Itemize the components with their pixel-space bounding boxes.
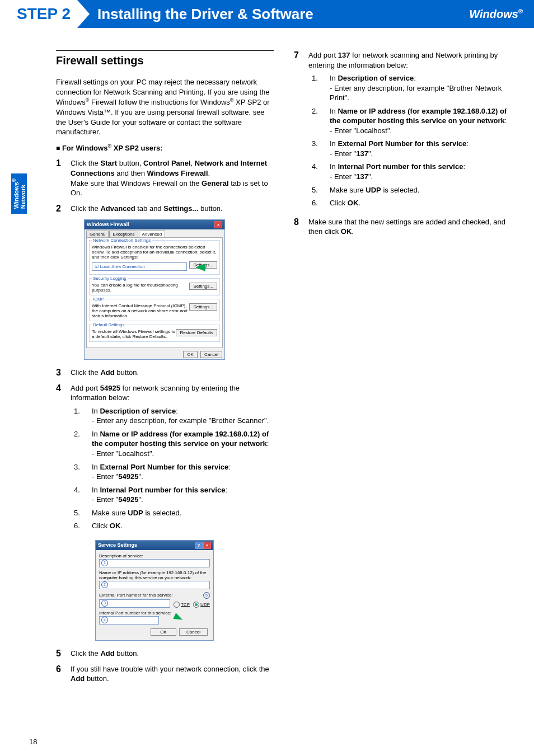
side-tab: Windows® Network: [11, 173, 27, 214]
step-arrow-icon: [77, 0, 90, 28]
main-step-7: 7 Add port 137 for network scanning and …: [294, 50, 512, 212]
tab-advanced[interactable]: Advanced: [139, 231, 166, 237]
sub-body: - Enter "Localhost".: [330, 126, 392, 135]
seclog-desc: You can create a log file for troublesho…: [92, 283, 189, 293]
main-step-2: 2 Click the Advanced tab and Settings...…: [56, 204, 274, 214]
sub-body: - Enter any description, for example "Br…: [330, 84, 502, 102]
subnum: 3.: [308, 139, 330, 158]
main-step-6: 6 If you still have trouble with your ne…: [56, 664, 274, 684]
step-number: 8: [294, 217, 308, 237]
callout-2-icon: 2: [101, 581, 108, 588]
subnum: 2.: [308, 106, 330, 136]
tab-exceptions[interactable]: Exceptions: [109, 231, 138, 237]
header-os-text: Windows: [469, 8, 518, 20]
desc-field[interactable]: 1: [99, 559, 210, 567]
header-title: Installing the Driver & Software: [97, 6, 469, 23]
desc-label: Description of service:: [99, 553, 210, 558]
cancel-button[interactable]: Cancel: [179, 628, 208, 636]
sub-label: Name or IP address (for example 192.168.…: [92, 430, 269, 448]
dialog-title: Service Settings: [98, 542, 137, 548]
tcp-radio[interactable]: [174, 602, 180, 608]
step-number: 4: [56, 383, 71, 534]
sub-body: - Enter any description, for example "Br…: [92, 416, 269, 425]
step-number: 6: [56, 664, 71, 684]
close-icon[interactable]: ×: [214, 221, 222, 228]
icmp-desc: With Internet Control Message Protocol (…: [92, 303, 189, 318]
sub-label: External Port Number for this service: [338, 139, 466, 148]
main-step-1: 1 Click the Start button, Control Panel,…: [56, 158, 274, 198]
subnum: 1.: [71, 406, 92, 426]
bullet-heading: ■ For Windows® XP SP2 users:: [56, 143, 274, 153]
subnum: 4.: [71, 485, 92, 505]
ok-button[interactable]: OK: [183, 351, 198, 358]
name-field[interactable]: 2: [99, 581, 210, 589]
settings-button[interactable]: Settings...: [189, 283, 217, 290]
step-number: 1: [56, 158, 71, 198]
lan-item[interactable]: Local Area Connection: [100, 264, 145, 269]
side-tab-sup: ®: [11, 179, 17, 182]
dialog-titlebar: Windows Firewall ×: [85, 220, 224, 229]
ext-port-field[interactable]: 3: [99, 599, 170, 608]
udp-radio[interactable]: [193, 602, 199, 608]
side-tab-line1: Windows: [13, 182, 20, 209]
service-settings-figure: Service Settings ?× Description of servi…: [56, 540, 274, 641]
section-title: Firewall settings: [56, 50, 274, 67]
int-port-field[interactable]: 4: [99, 616, 159, 624]
main-step-5: 5 Click the Add button.: [56, 649, 274, 659]
restore-defaults-button[interactable]: Restore Defaults: [176, 329, 217, 336]
step-number: 5: [56, 649, 71, 659]
subnum: 5.: [71, 508, 92, 518]
name-label: Name or IP address (for example 192.168.…: [99, 570, 210, 580]
sub-label: Description of service: [100, 407, 176, 415]
group-security-logging: Security Logging: [92, 276, 128, 281]
main-step-8: 8 Make sure that the new settings are ad…: [294, 217, 512, 237]
int-label: Internal Port number for this service:: [99, 611, 210, 616]
group-network-connection: Network Connection Settings: [92, 238, 152, 243]
cancel-button[interactable]: Cancel: [200, 351, 222, 358]
default-desc: To restore all Windows Firewall settings…: [92, 329, 176, 339]
subnum: 4.: [308, 162, 330, 181]
pointer-arrow-icon: [195, 264, 205, 271]
intro-paragraph: Firewall settings on your PC may reject …: [56, 77, 274, 137]
tab-general[interactable]: General: [86, 231, 109, 237]
sub-body: - Enter "Localhost".: [92, 449, 154, 458]
dialog-title: Windows Firewall: [87, 222, 129, 227]
subnum: 1.: [308, 73, 330, 103]
service-settings-dialog: Service Settings ?× Description of servi…: [95, 540, 214, 641]
callout-5-icon: 5: [203, 592, 210, 599]
main-step-4: 4 Add port 54925 for network scanning by…: [56, 383, 274, 534]
settings-button[interactable]: Settings...: [189, 303, 217, 311]
firewall-dialog-figure: Windows Firewall × General Exceptions Ad…: [56, 219, 274, 360]
step-number: 7: [294, 50, 308, 212]
callout-3-icon: 3: [101, 600, 108, 607]
step-number: 2: [56, 204, 71, 214]
registered-mark: ®: [518, 8, 523, 15]
group-icmp: ICMP: [92, 297, 105, 302]
subnum: 2.: [71, 429, 92, 459]
side-tab-line2: Network: [20, 185, 26, 209]
sub-label: Internal Port number for this service: [100, 486, 225, 494]
sub-label: External Port Number for this service: [100, 463, 228, 471]
subnum: 3.: [71, 462, 92, 482]
main-step-3: 3 Click the Add button.: [56, 368, 274, 378]
sub-label: Description of service: [338, 74, 414, 82]
udp-label: UDP: [200, 602, 210, 607]
subnum: 5.: [308, 185, 330, 195]
page-header: STEP 2 Installing the Driver & Software …: [0, 0, 534, 28]
close-icon[interactable]: ×: [203, 542, 211, 549]
help-icon[interactable]: ?: [195, 542, 203, 549]
step-badge: STEP 2: [0, 0, 90, 28]
content-columns: Firewall settings Firewall settings on y…: [0, 28, 534, 739]
group-default: Default Settings: [92, 322, 125, 327]
sub-label: Name or IP address (for example 192.168.…: [330, 107, 507, 125]
dialog-titlebar: Service Settings ?×: [96, 541, 213, 550]
windows-firewall-dialog: Windows Firewall × General Exceptions Ad…: [84, 219, 225, 360]
subnum: 6.: [71, 521, 92, 531]
header-os-label: Windows®: [469, 8, 523, 21]
sub-label: Internal Port number for this service: [338, 162, 463, 171]
ext-label: External Port number for this service:: [99, 593, 173, 598]
page-number: 18: [29, 738, 37, 746]
callout-1-icon: 1: [101, 560, 108, 566]
ok-button[interactable]: OK: [151, 628, 176, 636]
callout-4-icon: 4: [101, 617, 108, 623]
